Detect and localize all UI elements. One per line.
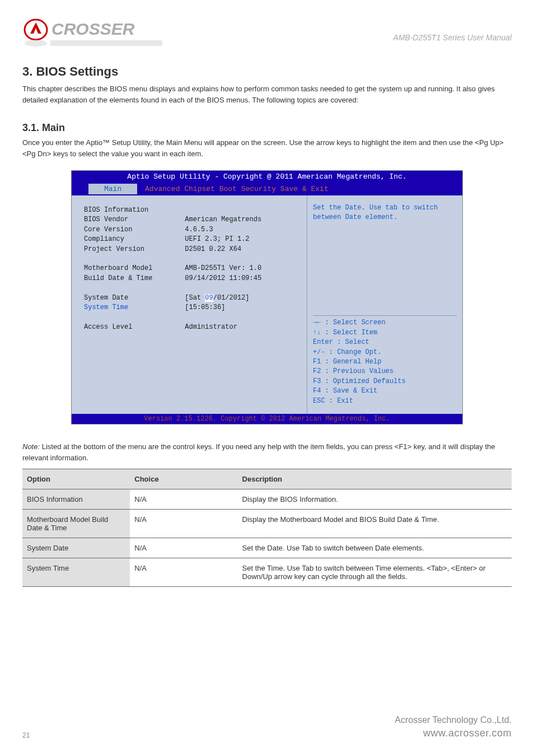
section-3-intro: This chapter describes the BIOS menu dis… [22, 83, 512, 105]
bios-info-title: BIOS Information [82, 206, 182, 215]
table-row: Motherboard Model Build Date & Time N/A … [22, 510, 512, 538]
choice-3: N/A [130, 558, 237, 587]
bios-screenshot: Aptio Setup Utility - Copyright @ 2011 A… [71, 170, 463, 424]
tab-main[interactable]: Main [104, 185, 121, 193]
th-description: Description [238, 469, 512, 489]
key-select-item: ↑↓ : Select Item [313, 328, 457, 338]
bios-systime-label[interactable]: System Time [82, 303, 182, 312]
key-esc: ESC : Exit [313, 396, 457, 406]
bios-right-pane: Set the Date. Use tab to switch between … [307, 195, 462, 414]
tabs-inactive[interactable]: Advanced Chipset Boot Security Save & Ex… [145, 185, 329, 193]
bios-key-help: →← : Select Screen ↑↓ : Select Item Ente… [313, 316, 457, 406]
bios-project-value: D2501 0.22 X64 [182, 245, 301, 254]
opt-bios-info: BIOS Information [22, 489, 130, 510]
key-f1: F1 : General Help [313, 357, 457, 367]
bios-build-label: Build Date & Time [82, 274, 182, 283]
section-31-body: Once you enter the Aptio™ Setup Utility,… [22, 137, 512, 159]
bios-access-label: Access Level [82, 323, 182, 332]
bios-tab-bar: Main Advanced Chipset Boot Security Save… [72, 183, 462, 195]
table-row: BIOS Information N/A Display the BIOS In… [22, 489, 512, 510]
note-text: Listed at the bottom of the menu are the… [22, 442, 495, 462]
key-f4: F4 : Save & Exit [313, 386, 457, 396]
note-paragraph: Note: Listed at the bottom of the menu a… [22, 441, 512, 463]
key-change-opt: +/- : Change Opt. [313, 348, 457, 357]
th-option: Option [22, 469, 130, 489]
key-enter: Enter : Select [313, 338, 457, 347]
bios-footer: Version 2.15.1226. Copyright © 2012 Amer… [72, 414, 462, 424]
bios-build-value: 09/14/2012 11:09:45 [182, 274, 301, 283]
section-3-title: 3. BIOS Settings [22, 64, 512, 79]
footer-brand: Acrosser Technology Co.,Ltd. www.acrosse… [395, 715, 512, 739]
bios-help-text: Set the Date. Use tab to switch between … [313, 203, 457, 223]
svg-point-2 [25, 40, 47, 46]
bios-header: Aptio Setup Utility - Copyright @ 2011 A… [72, 171, 462, 183]
table-row: System Date N/A Set the Date. Use Tab to… [22, 538, 512, 558]
key-f2: F2 : Previous Values [313, 367, 457, 376]
desc-2: Set the Date. Use Tab to switch between … [238, 538, 512, 558]
note-label: Note: [22, 442, 40, 451]
desc-3: Set the Time. Use Tab to switch between … [238, 558, 512, 587]
bios-core-value: 4.6.5.3 [182, 225, 301, 235]
bios-sysdate-label[interactable]: System Date [82, 293, 182, 303]
bios-sysdate-value[interactable]: [Sat 09/01/2012] [182, 293, 301, 303]
table-row: System Time N/A Set the Time. Use Tab to… [22, 558, 512, 587]
choice-2: N/A [130, 538, 237, 558]
bios-systime-value[interactable]: [15:05:36] [182, 303, 301, 312]
choice-1: N/A [130, 510, 237, 538]
bios-compliancy-value: UEFI 2.3; PI 1.2 [182, 235, 301, 244]
bios-project-label: Project Version [82, 245, 182, 254]
desc-1: Display the Motherboard Model and BIOS B… [238, 510, 512, 538]
key-select-screen: →← : Select Screen [313, 318, 457, 328]
opt-systime: System Time [22, 558, 130, 587]
footer-company: Acrosser Technology Co.,Ltd. [395, 715, 512, 725]
bios-left-pane: BIOS Information BIOS VendorAmerican Meg… [72, 195, 307, 414]
bios-vendor-label: BIOS Vendor [82, 215, 182, 225]
choice-0: N/A [130, 489, 237, 510]
svg-rect-3 [50, 40, 162, 46]
footer-url: www.acrosser.com [395, 727, 512, 739]
th-choice: Choice [130, 469, 237, 489]
opt-mb-model: Motherboard Model Build Date & Time [22, 510, 130, 538]
svg-text:CROSSER: CROSSER [51, 20, 135, 38]
bios-compliancy-label: Compliancy [82, 235, 182, 244]
desc-0: Display the BIOS Information. [238, 489, 512, 510]
bios-core-label: Core Version [82, 225, 182, 235]
key-f3: F3 : Optimized Defaults [313, 377, 457, 386]
opt-sysdate: System Date [22, 538, 130, 558]
bios-vendor-value: American Megatrends [182, 215, 301, 225]
bios-mb-label: Motherboard Model [82, 264, 182, 273]
section-31-title: 3.1. Main [22, 122, 512, 134]
table-header-row: Option Choice Description [22, 469, 512, 489]
options-table: Option Choice Description BIOS Informati… [22, 469, 512, 587]
bios-mb-value: AMB-D255T1 Ver: 1.0 [182, 264, 301, 273]
page-number: 21 [22, 731, 30, 739]
bios-access-value: Administrator [182, 323, 301, 332]
